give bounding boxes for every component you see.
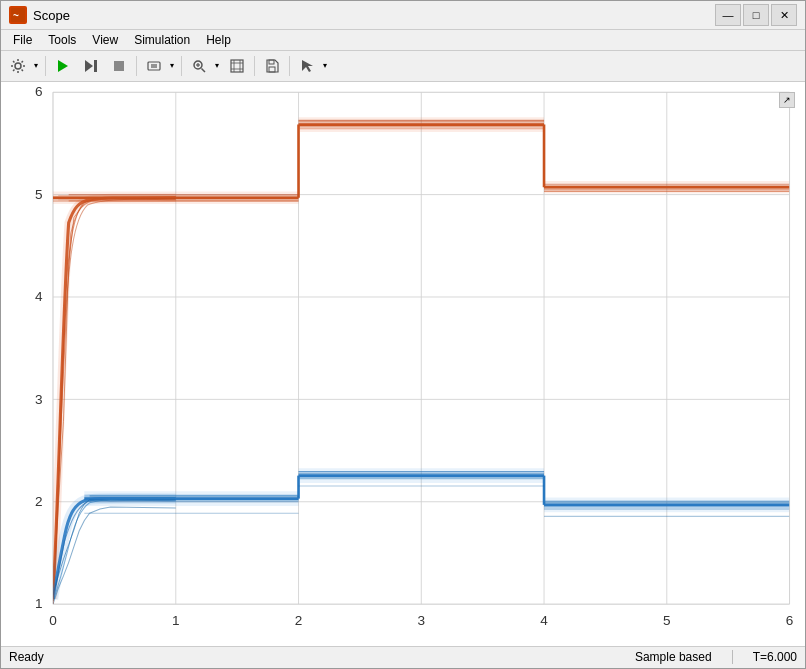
menu-bar: File Tools View Simulation Help <box>1 30 805 50</box>
input-port-dropdown-arrow[interactable]: ▾ <box>167 53 177 79</box>
toolbar-sep-2 <box>136 56 137 76</box>
simulation-time: T=6.000 <box>753 650 797 664</box>
svg-text:1: 1 <box>35 597 43 612</box>
app-icon: ~ <box>9 6 27 24</box>
svg-marker-3 <box>58 60 68 72</box>
svg-rect-7 <box>148 62 160 70</box>
main-window: ~ Scope — □ ✕ File Tools View Simulation… <box>0 0 806 669</box>
status-bar: Ready Sample based T=6.000 <box>1 646 805 668</box>
svg-text:6: 6 <box>786 613 794 628</box>
svg-rect-19 <box>269 67 275 72</box>
toolbar-sep-4 <box>254 56 255 76</box>
cursor-group: ▾ <box>294 53 330 79</box>
status-right: Sample based T=6.000 <box>635 650 797 664</box>
svg-rect-14 <box>231 60 243 72</box>
svg-point-2 <box>15 63 21 69</box>
menu-help[interactable]: Help <box>198 31 239 49</box>
svg-text:~: ~ <box>13 10 19 21</box>
zoom-group: ▾ <box>186 53 222 79</box>
window-title: Scope <box>33 8 715 23</box>
svg-marker-21 <box>302 60 313 72</box>
zoom-dropdown-arrow[interactable]: ▾ <box>212 53 222 79</box>
svg-text:6: 6 <box>35 87 43 99</box>
zoom-button[interactable] <box>186 53 212 79</box>
plot-corner-button[interactable]: ↗ <box>779 92 795 108</box>
toolbar-sep-5 <box>289 56 290 76</box>
svg-rect-6 <box>114 61 124 71</box>
svg-text:5: 5 <box>663 613 671 628</box>
close-button[interactable]: ✕ <box>771 4 797 26</box>
svg-text:5: 5 <box>35 187 43 202</box>
sample-based-label: Sample based <box>635 650 712 664</box>
settings-group: ▾ <box>5 53 41 79</box>
svg-rect-5 <box>94 60 97 72</box>
menu-view[interactable]: View <box>84 31 126 49</box>
fit-axes-button[interactable] <box>224 53 250 79</box>
svg-text:3: 3 <box>35 392 43 407</box>
settings-button[interactable] <box>5 53 31 79</box>
svg-marker-4 <box>85 60 93 72</box>
menu-simulation[interactable]: Simulation <box>126 31 198 49</box>
cursor-dropdown-arrow[interactable]: ▾ <box>320 53 330 79</box>
svg-text:4: 4 <box>540 613 548 628</box>
maximize-button[interactable]: □ <box>743 4 769 26</box>
svg-line-11 <box>202 68 206 72</box>
toolbar: ▾ ▾ ▾ <box>1 51 805 83</box>
settings-dropdown-arrow[interactable]: ▾ <box>31 53 41 79</box>
save-layout-button[interactable] <box>259 53 285 79</box>
cursor-button[interactable] <box>294 53 320 79</box>
menu-file[interactable]: File <box>5 31 40 49</box>
input-port-button[interactable] <box>141 53 167 79</box>
svg-text:0: 0 <box>49 613 57 628</box>
plot-svg: 6 5 4 3 2 1 0 1 2 3 4 5 6 <box>6 87 800 641</box>
toolbar-sep-3 <box>181 56 182 76</box>
title-bar: ~ Scope — □ ✕ <box>1 1 805 30</box>
stop-button[interactable] <box>106 53 132 79</box>
toolbar-sep-1 <box>45 56 46 76</box>
status-separator <box>732 650 733 664</box>
step-button[interactable] <box>78 53 104 79</box>
svg-text:2: 2 <box>35 494 43 509</box>
input-port-group: ▾ <box>141 53 177 79</box>
minimize-button[interactable]: — <box>715 4 741 26</box>
svg-text:4: 4 <box>35 289 43 304</box>
window-controls: — □ ✕ <box>715 4 797 26</box>
plot-canvas[interactable]: ↗ <box>6 87 800 641</box>
menu-tools[interactable]: Tools <box>40 31 84 49</box>
status-ready: Ready <box>9 650 635 664</box>
run-button[interactable] <box>50 53 76 79</box>
svg-text:1: 1 <box>172 613 180 628</box>
plot-area: ↗ <box>1 82 805 646</box>
svg-text:3: 3 <box>418 613 426 628</box>
svg-text:2: 2 <box>295 613 303 628</box>
